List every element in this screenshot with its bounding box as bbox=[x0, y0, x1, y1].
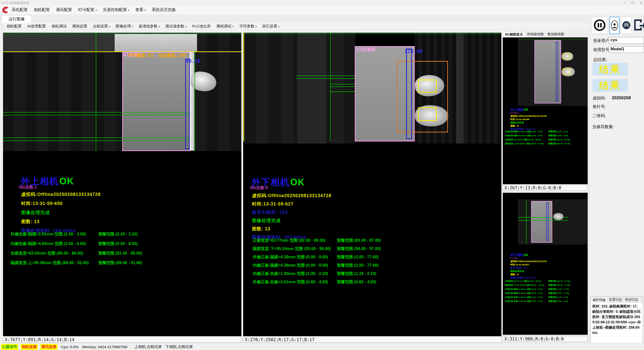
tab-run-image[interactable]: 运行图像 bbox=[2, 15, 32, 23]
upper-camera-panel[interactable]: AI检测框 平均阈值:93, 动态阈值:100 85.88 外上相机OK NG次… bbox=[3, 33, 241, 336]
info-line: 虚拟码:Offline20250208133134728 bbox=[510, 115, 547, 118]
measurement-row: 内侧负极-隔膜=4.60mm 范围:(3.00 - 6.00)预警范围:(0.0… bbox=[3, 241, 241, 251]
measurement-warn-range: 预警范围:(94.00 - 97.00) bbox=[548, 284, 570, 287]
measurement-text: 外侧正极-隔膜=4.38mm 范围:(0.00 - 9.00) bbox=[505, 288, 543, 291]
defect-yellow-box-1 bbox=[418, 80, 437, 93]
chevron-down-icon: ▾ bbox=[158, 25, 160, 28]
menu-item-光源控制配置[interactable]: 光源控制配置▾ bbox=[103, 7, 129, 13]
measurement-warn-range: 预警范围:(94.00 - 97.00) bbox=[337, 246, 381, 252]
info-line: 图像处理完成 bbox=[252, 218, 281, 224]
toolbar-item-测试项参数[interactable]: 测试项参数▾ bbox=[165, 24, 186, 29]
measure-line-green bbox=[3, 141, 190, 141]
toolbar-item-基准线参数[interactable]: 基准线参数▾ bbox=[139, 24, 160, 29]
model-field[interactable]: Model1 bbox=[609, 46, 644, 53]
logout-button[interactable] bbox=[633, 17, 644, 33]
measurement-row: 负极宽度=83.05mm 范围:(80.00 - 86.00)预警范围:(81.… bbox=[3, 251, 241, 260]
defect-yellow-box-2 bbox=[418, 107, 437, 121]
measurement-warn-range: 预警范围:(2.00 - 77.00) bbox=[337, 255, 378, 260]
toolbar-item-离线调试[interactable]: 离线调试▾ bbox=[216, 24, 234, 29]
chevron-down-icon: ▾ bbox=[255, 25, 257, 28]
baseline-vertical-green-2 bbox=[195, 52, 195, 151]
info-line: 极耳AI耗时: 165 bbox=[510, 266, 527, 270]
pause-button[interactable] bbox=[591, 17, 608, 34]
measurement-text: 正极宽度=83.77mm 范围:(82.00 - 88.00) bbox=[253, 238, 326, 243]
threshold-label: 平均阈值:93, 动态阈值:100 bbox=[128, 53, 186, 58]
menu-item-系统语言切换[interactable]: 系统语言切换 bbox=[152, 7, 176, 13]
toolbar-item-PLC地址库[interactable]: PLC地址库 bbox=[192, 24, 211, 29]
mini-ng-count: NG次数:0 bbox=[510, 257, 519, 260]
lower-camera-panel[interactable]: AI检测框 123.80 外下相机OK NG次数:0 虚拟码:Offline20… bbox=[243, 33, 501, 336]
toolbar-item-字符参数[interactable]: 字符参数▾ bbox=[239, 24, 257, 29]
result-badge-lower: 结果 bbox=[593, 79, 628, 92]
measurement-text: 内侧负极-隔膜=4.60mm 范围:(3.00 - 6.00) bbox=[11, 241, 86, 247]
status-bar: 心跳信号相机连接通讯连接 Cpu: 0.0% Memory: 3424.4179… bbox=[0, 343, 644, 350]
measurement-warn-range: 预警范围:(2.00 - 77.00) bbox=[337, 263, 378, 268]
toolbar-item-相机调试[interactable]: 相机调试 bbox=[51, 24, 67, 29]
menu-item-IO卡配置[interactable]: IO卡配置▾ bbox=[78, 7, 97, 13]
result-ok: OK bbox=[290, 177, 305, 187]
toolbar: 相机配置AI使用配置相机调试离线设置点检设置▾图像处理▾基准线参数▾测试项参数▾… bbox=[0, 23, 644, 30]
vcode-value: 20250208 bbox=[612, 95, 631, 100]
menu-item-查看[interactable]: 查看▾ bbox=[135, 7, 146, 13]
measurement-warn-range: 预警范围:(81.00 - 85.00) bbox=[548, 138, 570, 141]
measurement-text: 内侧正极-隔膜=4.38mm 范围:(0.00 - 9.00) bbox=[505, 292, 543, 295]
measurement-row: 隔膜宽度-下=95.24mm 范围:(93.00 - 98.00)预警范围:(9… bbox=[243, 246, 501, 255]
info-line: 图像处理完成 bbox=[510, 270, 524, 273]
measurement-warn-range: 预警范围:(2.00 - 77.00) bbox=[548, 292, 569, 295]
measurement-text: 负极宽度=83.05mm 范围:(80.00 - 86.00) bbox=[11, 251, 83, 256]
chevron-down-icon: ▾ bbox=[95, 9, 97, 12]
reference-line-green bbox=[243, 33, 501, 34]
upper-camera-coordbar: X:7677;Y:891;R:14;G:14;B:14 bbox=[3, 337, 241, 343]
measurement-row: 内侧负极-隔膜=4.60mm 范围:(3.00 - 6.00)预警范围:(0.0… bbox=[503, 134, 588, 138]
maximize-button[interactable]: ❐ bbox=[631, 1, 634, 5]
info-line: 图像处理耗时: 183.00ms bbox=[510, 276, 536, 279]
window-title: CYS-视觉检测系统 bbox=[2, 1, 29, 5]
chevron-down-icon: ▾ bbox=[144, 9, 146, 12]
measurement-text: 外侧负极-隔膜=2.91mm 范围:(2.00 - 3.50) bbox=[505, 130, 543, 133]
mini-measurement-list: 外侧负极-隔膜=2.91mm 范围:(2.00 - 3.50)预警范围:(2.2… bbox=[503, 130, 588, 146]
login-user-label: 登录用户: bbox=[593, 38, 610, 44]
toolbar-item-离线设置[interactable]: 离线设置 bbox=[72, 24, 87, 29]
measurement-warn-range: 预警范围:(0.60 - 4.00) bbox=[337, 279, 376, 285]
log-tab-运行日志[interactable]: 运行日志 bbox=[591, 297, 607, 302]
menu-item-系统配置[interactable]: 系统配置 bbox=[12, 7, 28, 13]
close-button[interactable]: ✕ bbox=[640, 1, 642, 5]
user-manage-button[interactable] bbox=[621, 17, 632, 34]
users-icon bbox=[622, 21, 631, 29]
measurement-text: 外侧正极-负极=2.61mm 范围:(0.60 - 4.00) bbox=[253, 279, 328, 285]
menu-item-相机配置[interactable]: 相机配置 bbox=[34, 7, 50, 13]
status-chip-通讯连接: 通讯连接 bbox=[40, 344, 57, 350]
measurement-row: 外侧正极-隔膜=4.38mm 范围:(0.00 - 9.00)预警范围:(2.0… bbox=[503, 288, 588, 292]
toolbar-item-AI使用配置[interactable]: AI使用配置 bbox=[27, 24, 46, 29]
log-tab-错误日志[interactable]: 错误日志 bbox=[624, 297, 640, 302]
upper-camera-status: 上相机:点检结束 bbox=[134, 344, 162, 349]
measurement-warn-range: 预警范围:(2.00 - 77.00) bbox=[548, 288, 569, 291]
login-user-button[interactable] bbox=[609, 17, 620, 34]
measurement-row: 外侧正极-隔膜=4.38mm 范围:(0.00 - 9.00)预警范围:(2.0… bbox=[243, 255, 501, 263]
measurement-text: 内侧负极-隔膜=4.60mm 范围:(3.00 - 6.00) bbox=[505, 134, 543, 137]
battery-region-box bbox=[122, 52, 190, 151]
toolbar-item-点检设置[interactable]: 点检设置▾ bbox=[93, 24, 110, 29]
measurement-row: 隔膜宽度-上=90.56mm 范围:(88.00 - 92.00)预警范围:(8… bbox=[503, 142, 588, 146]
menu-item-通讯配置[interactable]: 通讯配置 bbox=[56, 7, 72, 13]
status-chip-心跳信号: 心跳信号 bbox=[1, 344, 18, 350]
measurement-text: 负极宽度=83.05mm 范围:(80.00 - 86.00) bbox=[505, 138, 541, 141]
ng-preview-upper[interactable]: 外上相机OK NG次数:1 虚拟码:Offline202502081331347… bbox=[503, 37, 588, 184]
ng-tab-NG截图显示[interactable]: NG截图显示 bbox=[503, 31, 525, 37]
log-tab-设置日志[interactable]: 设置日志 bbox=[607, 297, 624, 302]
ng-preview-lower[interactable]: 外下相机OK NG次数:0 虚拟码:Offline202502081331347… bbox=[503, 193, 588, 335]
info-line: 图数: 13 bbox=[510, 124, 519, 128]
toolbar-item-相机配置[interactable]: 相机配置 bbox=[7, 24, 22, 29]
measurement-text: 隔膜宽度-下=95.24mm 范围:(93.00 - 98.00) bbox=[253, 246, 331, 252]
measure-value-label: 123.80 bbox=[404, 48, 423, 54]
minimize-button[interactable]: ─ bbox=[623, 1, 626, 5]
measurement-row: 内侧正极-隔膜=4.38mm 范围:(0.00 - 9.00)预警范围:(2.0… bbox=[243, 263, 501, 271]
upper-camera-image: AI检测框 平均阈值:93, 动态阈值:100 85.88 bbox=[3, 33, 241, 151]
ng-tab-数据曲线图[interactable]: 数据曲线图 bbox=[546, 31, 566, 37]
toolbar-item-图像处理[interactable]: 图像处理▾ bbox=[116, 24, 133, 29]
toolbar-grip[interactable] bbox=[2, 24, 4, 28]
login-user-field[interactable]: cys bbox=[609, 37, 644, 44]
ng-tab-料线曲线图[interactable]: 料线曲线图 bbox=[525, 31, 546, 37]
toolbar-item-其它设置[interactable]: 其它设置▾ bbox=[262, 24, 280, 29]
mini-ng-count: NG次数:1 bbox=[510, 112, 519, 114]
